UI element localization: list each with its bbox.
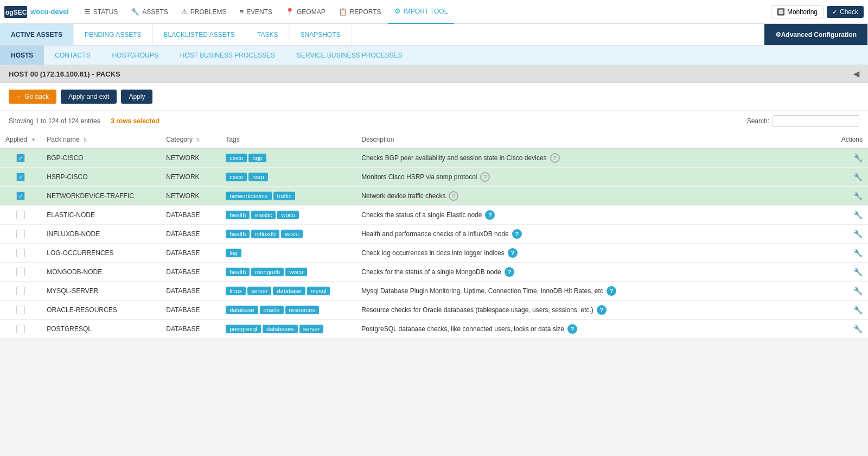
tab-active-assets[interactable]: ACTIVE ASSETS	[0, 24, 74, 45]
tag: linux	[226, 287, 246, 295]
apply-exit-label: Apply and exit	[68, 93, 109, 100]
tag: wocu	[285, 268, 307, 276]
monitoring-button[interactable]: 🔲 Monitoring	[771, 5, 824, 18]
actions-cell[interactable]: 🔧	[830, 187, 868, 206]
description-cell: Health and performance checks of a Influ…	[356, 225, 830, 244]
tag: oracle	[260, 306, 284, 314]
check-box-empty[interactable]	[16, 325, 25, 333]
check-box-checked[interactable]: ✓	[16, 154, 25, 162]
wrench-button[interactable]: 🔧	[853, 249, 863, 257]
actions-cell[interactable]: 🔧	[830, 263, 868, 282]
apply-exit-button[interactable]: Apply and exit	[61, 90, 117, 104]
nav-problems[interactable]: ⚠ PROBLEMS	[175, 0, 233, 24]
tab-hosts[interactable]: HOSTS	[0, 46, 44, 65]
check-box-empty[interactable]	[16, 268, 25, 276]
collapse-button[interactable]: ◀	[853, 69, 859, 78]
info-icon[interactable]: ?	[567, 324, 577, 334]
tag: influxdb	[251, 230, 279, 238]
info-icon[interactable]: ?	[449, 191, 458, 201]
wrench-button[interactable]: 🔧	[853, 154, 863, 162]
actions-cell[interactable]: 🔧	[830, 225, 868, 244]
table-row: INFLUXDB-NODEDATABASEhealthinfluxdbwocu …	[0, 225, 868, 244]
wrench-button[interactable]: 🔧	[853, 211, 863, 219]
applied-sort-icon: ▼	[30, 137, 36, 143]
actions-cell[interactable]: 🔧	[830, 301, 868, 320]
applied-cell[interactable]	[0, 282, 41, 301]
nav-status[interactable]: ☰ STATUS	[78, 0, 125, 24]
applied-cell[interactable]: ✓	[0, 168, 41, 187]
info-icon[interactable]: ?	[550, 153, 560, 163]
packs-table: Applied ▼ Pack name ⇅ Category ⇅ Tags De…	[0, 131, 868, 339]
monitoring-icon: 🔲	[777, 8, 785, 16]
check-box-empty[interactable]	[16, 249, 25, 257]
tab-tasks[interactable]: TASKS	[246, 24, 289, 45]
applied-cell[interactable]	[0, 263, 41, 282]
applied-cell[interactable]	[0, 301, 41, 320]
nav-problems-label: PROBLEMS	[190, 8, 227, 16]
col-applied-header[interactable]: Applied ▼	[0, 131, 41, 148]
actions-cell[interactable]: 🔧	[830, 206, 868, 225]
check-box-checked[interactable]: ✓	[16, 192, 25, 200]
go-back-button[interactable]: ← Go back	[9, 90, 56, 104]
tags-cell: log	[220, 244, 356, 263]
nav-geomap[interactable]: 📍 GEOMAP	[279, 0, 332, 24]
nav-assets[interactable]: 🔧 ASSETS	[124, 0, 174, 24]
nav-reports[interactable]: 📋 REPORTS	[332, 0, 388, 24]
check-box-empty[interactable]	[16, 230, 25, 238]
info-icon[interactable]: ?	[512, 229, 522, 239]
tag: mysql	[307, 287, 330, 295]
apply-button[interactable]: Apply	[121, 90, 152, 104]
packname-sort-icon: ⇅	[83, 137, 87, 143]
info-icon[interactable]: ?	[607, 286, 616, 296]
check-box-empty[interactable]	[16, 306, 25, 314]
applied-cell[interactable]	[0, 320, 41, 339]
applied-cell[interactable]: ✓	[0, 148, 41, 168]
tags-cell: postgresqldatabasesserver	[220, 320, 356, 339]
table-row: MYSQL-SERVERDATABASElinuxserverdatabasem…	[0, 282, 868, 301]
actions-cell[interactable]: 🔧	[830, 148, 868, 168]
tab-hostgroups[interactable]: HOSTGROUPS	[101, 46, 169, 65]
tab-contacts[interactable]: CONTACTS	[44, 46, 101, 65]
applied-cell[interactable]: ✓	[0, 187, 41, 206]
applied-cell[interactable]	[0, 206, 41, 225]
applied-cell[interactable]	[0, 244, 41, 263]
tab-pending-assets[interactable]: PENDING ASSETS	[74, 24, 153, 45]
category-cell: DATABASE	[161, 225, 220, 244]
wrench-button[interactable]: 🔧	[853, 192, 863, 200]
check-box-empty[interactable]	[16, 287, 25, 295]
tags-cell: ciscohsrp	[220, 168, 356, 187]
info-icon[interactable]: ?	[480, 172, 490, 182]
nav-events[interactable]: ≡ EVENTS	[233, 0, 279, 24]
info-icon[interactable]: ?	[505, 267, 514, 277]
tab-service-bp[interactable]: SERVICE BUSINESS PROCESSES	[286, 46, 413, 65]
description-cell: Check log occurrences in docs into logge…	[356, 244, 830, 263]
wrench-button[interactable]: 🔧	[853, 268, 863, 276]
info-icon[interactable]: ?	[485, 210, 495, 220]
tab-snapshots[interactable]: SNAPSHOTS	[289, 24, 352, 45]
nav-import-tool[interactable]: ⚙ IMPORT TOOL	[388, 0, 455, 24]
actions-cell[interactable]: 🔧	[830, 320, 868, 339]
info-icon[interactable]: ?	[597, 305, 607, 315]
check-button[interactable]: ✓ Check	[827, 6, 864, 18]
actions-cell[interactable]: 🔧	[830, 168, 868, 187]
tab-blacklisted-assets[interactable]: BLACKLISTED ASSETS	[153, 24, 246, 45]
check-box-checked[interactable]: ✓	[16, 173, 25, 181]
wrench-button[interactable]: 🔧	[853, 173, 863, 181]
check-box-empty[interactable]	[16, 211, 25, 219]
tag: health	[226, 268, 250, 276]
tab-advanced-config[interactable]: ⚙ Advanced Configuration	[764, 24, 868, 45]
tag: hsrp	[248, 173, 267, 181]
search-input[interactable]	[773, 115, 859, 127]
wrench-button[interactable]: 🔧	[853, 230, 863, 238]
actions-cell[interactable]: 🔧	[830, 282, 868, 301]
info-icon[interactable]: ?	[508, 248, 518, 258]
col-category-header[interactable]: Category ⇅	[161, 131, 220, 148]
tag: elastic	[251, 211, 276, 219]
tab-host-bp[interactable]: HOST BUSINESS PROCESSES	[169, 46, 286, 65]
wrench-button[interactable]: 🔧	[853, 325, 863, 333]
applied-cell[interactable]	[0, 225, 41, 244]
wrench-button[interactable]: 🔧	[853, 287, 863, 295]
actions-cell[interactable]: 🔧	[830, 244, 868, 263]
wrench-button[interactable]: 🔧	[853, 306, 863, 314]
col-packname-header[interactable]: Pack name ⇅	[41, 131, 161, 148]
